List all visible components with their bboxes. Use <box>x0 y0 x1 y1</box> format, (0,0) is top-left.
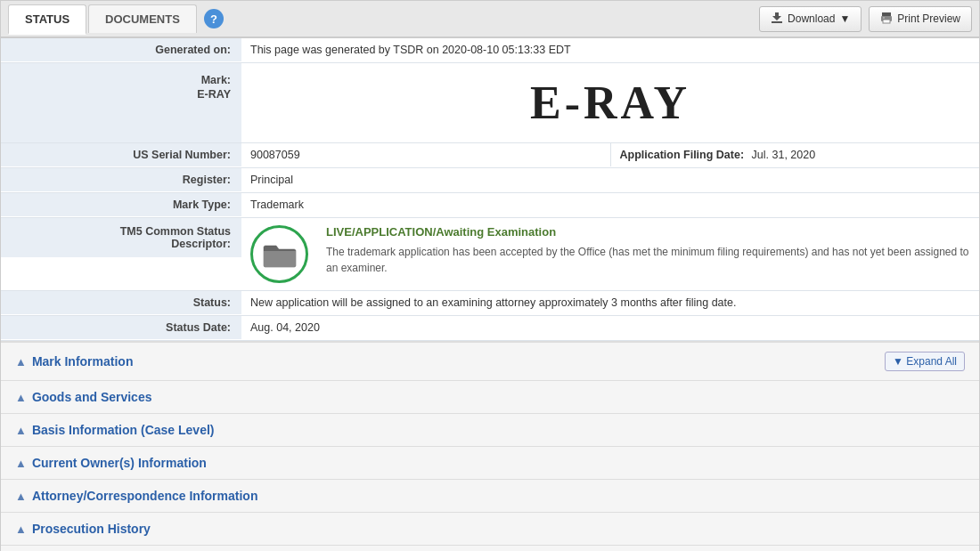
svg-rect-1 <box>772 21 782 23</box>
tab-documents[interactable]: DOCUMENTS <box>88 4 197 33</box>
mark-label: Mark: <box>12 69 231 86</box>
generated-on-value: This page was generated by TSDR on 2020-… <box>241 38 979 61</box>
mark-display-text: E-RAY <box>530 77 690 129</box>
accordion-area: ▲ Mark Information ▼ Expand All ▲ Goods … <box>1 341 979 551</box>
tm5-folder-icon-wrap <box>250 225 308 283</box>
serial-number-row: US Serial Number: 90087059 Application F… <box>1 143 979 168</box>
tab-status[interactable]: STATUS <box>8 4 86 35</box>
accordion-item-6[interactable]: ▲ TM Staff and Location Information <box>1 546 979 551</box>
serial-number-value-wrap: 90087059 Application Filing Date: Jul. 3… <box>241 143 979 166</box>
svg-rect-5 <box>883 17 885 19</box>
accordion-item-1[interactable]: ▲ Goods and Services <box>1 381 979 414</box>
status-row: Status: New application will be assigned… <box>1 291 979 316</box>
accordion-item-3[interactable]: ▲ Current Owner(s) Information <box>1 447 979 480</box>
tm5-status-circle <box>250 225 308 283</box>
accordion-title-5[interactable]: Prosecution History <box>32 522 151 536</box>
mark-type-row: Mark Type: Trademark <box>1 193 979 218</box>
generated-on-label: Generated on: <box>1 38 241 61</box>
mark-logo-row: Mark: E-RAY E-RAY <box>1 63 979 143</box>
main-container: STATUS DOCUMENTS ? Download ▼ Print Prev… <box>0 0 980 551</box>
print-button[interactable]: Print Preview <box>869 6 972 32</box>
accordion-toggle-3: ▲ <box>15 457 27 470</box>
filing-date-value: Jul. 31, 2020 <box>752 149 816 161</box>
tm5-text-block: LIVE/APPLICATION/Awaiting Examination Th… <box>326 225 970 276</box>
download-icon <box>771 12 783 27</box>
accordion-item-4[interactable]: ▲ Attorney/Correspondence Information <box>1 480 979 513</box>
status-label: Status: <box>1 291 241 314</box>
status-date-row: Status Date: Aug. 04, 2020 <box>1 316 979 341</box>
download-button[interactable]: Download ▼ <box>759 6 862 32</box>
accordion-title-2[interactable]: Basis Information (Case Level) <box>32 423 215 437</box>
svg-rect-4 <box>883 20 890 23</box>
register-value: Principal <box>241 168 979 191</box>
status-value: New application will be assigned to an e… <box>241 291 979 314</box>
svg-marker-0 <box>772 12 781 20</box>
tm5-status-desc: The trademark application has been accep… <box>326 244 970 276</box>
print-label: Print Preview <box>897 12 960 25</box>
accordion-title-1[interactable]: Goods and Services <box>32 390 152 404</box>
accordion-title-3[interactable]: Current Owner(s) Information <box>32 456 207 470</box>
accordion-item-5[interactable]: ▲ Prosecution History <box>1 513 979 546</box>
toolbar-right: Download ▼ Print Preview <box>759 6 972 32</box>
download-label: Download <box>788 12 835 25</box>
status-date-value: Aug. 04, 2020 <box>241 316 979 339</box>
accordion-item-2[interactable]: ▲ Basis Information (Case Level) <box>1 414 979 447</box>
filing-date-wrap: Application Filing Date: Jul. 31, 2020 <box>611 143 980 166</box>
register-row: Register: Principal <box>1 168 979 193</box>
help-icon[interactable]: ? <box>204 9 224 28</box>
accordion-toggle-4: ▲ <box>15 490 27 503</box>
tm5-status-title: LIVE/APPLICATION/Awaiting Examination <box>326 225 970 239</box>
accordion-toggle-5: ▲ <box>15 523 27 536</box>
expand-all-button[interactable]: ▼ Expand All <box>885 352 965 371</box>
tab-bar: STATUS DOCUMENTS ? Download ▼ Print Prev… <box>1 1 979 38</box>
mark-type-label: Mark Type: <box>1 193 241 216</box>
mark-logo-label: Mark: E-RAY <box>1 63 241 142</box>
accordion-toggle-1: ▲ <box>15 391 27 404</box>
accordion-item-0[interactable]: ▲ Mark Information ▼ Expand All <box>1 343 979 381</box>
accordion-toggle-2: ▲ <box>15 424 27 437</box>
tm5-row: TM5 Common StatusDescriptor: LIVE/APPLIC… <box>1 218 979 291</box>
accordion-title-0[interactable]: Mark Information <box>32 354 134 369</box>
accordion-title-4[interactable]: Attorney/Correspondence Information <box>32 489 258 503</box>
download-arrow-icon: ▼ <box>839 12 850 25</box>
accordion-toggle-0: ▲ <box>15 355 27 369</box>
folder-icon <box>262 240 298 269</box>
generated-on-row: Generated on: This page was generated by… <box>1 38 979 63</box>
serial-number-label: US Serial Number: <box>1 143 241 166</box>
mark-value: E-RAY <box>12 86 231 101</box>
main-content: Generated on: This page was generated by… <box>1 38 979 551</box>
status-date-label: Status Date: <box>1 316 241 339</box>
mark-type-value: Trademark <box>241 193 979 216</box>
tm5-value: LIVE/APPLICATION/Awaiting Examination Th… <box>241 218 979 290</box>
register-label: Register: <box>1 168 241 191</box>
filing-date-label: Application Filing Date: <box>620 149 745 161</box>
tm5-label: TM5 Common StatusDescriptor: <box>1 218 241 257</box>
serial-number-value: 90087059 <box>241 143 611 166</box>
print-icon <box>880 12 893 27</box>
mark-logo-display: E-RAY <box>241 63 979 142</box>
